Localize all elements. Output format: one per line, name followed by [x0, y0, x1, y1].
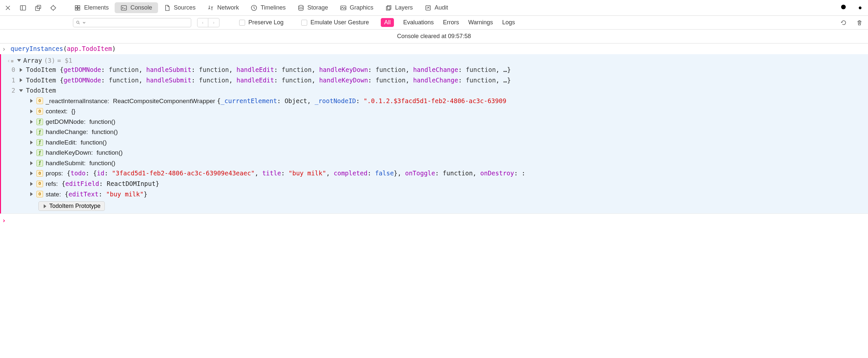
nav-next[interactable]: › [208, 18, 219, 27]
row-index: 0 [3, 65, 19, 74]
svg-rect-13 [121, 6, 126, 10]
svg-line-24 [79, 23, 80, 24]
function-badge-icon: ƒ [36, 139, 43, 146]
tab-label: Audit [435, 4, 448, 11]
tab-sources[interactable]: Sources [158, 2, 202, 13]
disclosure-triangle-icon[interactable] [30, 99, 33, 103]
result-row-expanded[interactable]: 2 TodoItem [1, 86, 868, 96]
tab-layers[interactable]: Layers [379, 2, 419, 13]
tab-graphics[interactable]: Graphics [334, 2, 379, 13]
filter-errors[interactable]: Errors [443, 19, 459, 26]
tab-network[interactable]: Network [202, 2, 245, 13]
prompt-caret-icon: › [2, 217, 8, 224]
filter-all[interactable]: All [381, 18, 394, 27]
disclosure-triangle-icon[interactable] [17, 59, 21, 62]
tab-console[interactable]: Console [115, 2, 158, 13]
devtools-tabs: Elements Console Sources Network Timelin… [68, 2, 454, 13]
disclosure-triangle-icon[interactable] [30, 109, 33, 113]
member-row[interactable]: O_reactInternalInstance: ReactCompositeC… [1, 96, 868, 106]
reload-icon[interactable] [839, 18, 848, 27]
console-command-row: › queryInstances(app.TodoItem) [0, 43, 868, 54]
tab-timelines[interactable]: Timelines [245, 2, 291, 13]
dock-side-icon[interactable] [19, 3, 28, 12]
object-badge-icon: O [36, 108, 43, 115]
disclosure-triangle-icon[interactable] [30, 192, 33, 196]
result-row[interactable]: 0TodoItem {getDOMNode: function, handleS… [1, 65, 868, 75]
tab-elements[interactable]: Elements [68, 2, 115, 13]
console-prompt[interactable]: › [0, 214, 868, 227]
search-icon[interactable] [840, 3, 849, 12]
graphics-icon [340, 5, 347, 11]
checkbox-icon [239, 20, 245, 26]
disclosure-triangle-icon[interactable] [19, 89, 23, 92]
disclosure-triangle-icon[interactable] [30, 171, 33, 175]
disclosure-triangle-icon[interactable] [30, 151, 33, 155]
disclosure-triangle-icon[interactable] [20, 78, 22, 82]
svg-point-15 [299, 5, 303, 7]
member-row[interactable]: ƒhandleKeyDown: function() [1, 148, 868, 158]
svg-rect-17 [388, 6, 391, 9]
member-row[interactable]: ƒhandleChange: function() [1, 127, 868, 137]
disclosure-triangle-icon[interactable] [30, 130, 33, 134]
console-result: ‹▪ Array (3) = $1 0TodoItem {getDOMNode:… [0, 54, 868, 214]
filter-evaluations[interactable]: Evaluations [403, 19, 434, 26]
member-row[interactable]: Ostate: {editText: "buy milk"} [1, 189, 868, 200]
close-icon[interactable] [3, 3, 12, 12]
console-right-tools [839, 18, 864, 27]
disclosure-triangle-icon [44, 204, 46, 208]
disclosure-triangle-icon[interactable] [30, 140, 33, 144]
settings-gear-icon[interactable] [856, 3, 865, 12]
search-nav: ‹ › [197, 18, 219, 27]
tab-storage[interactable]: Storage [292, 2, 334, 13]
tab-label: Sources [174, 4, 195, 11]
tab-label: Console [130, 4, 152, 11]
storage-icon [298, 5, 304, 11]
disclosure-triangle-icon[interactable] [30, 161, 33, 165]
member-row[interactable]: Orefs: {editField: ReactDOMInput} [1, 179, 868, 189]
member-text: handleEdit: function() [46, 138, 107, 147]
member-row[interactable]: ƒgetDOMNode: function() [1, 117, 868, 127]
object-badge-icon: O [36, 181, 43, 187]
target-icon[interactable] [49, 3, 58, 12]
filter-logs[interactable]: Logs [502, 19, 515, 26]
result-row[interactable]: 1TodoItem {getDOMNode: function, handleS… [1, 75, 868, 86]
devtools-toolbar: Elements Console Sources Network Timelin… [0, 0, 868, 16]
chevron-down-icon [83, 21, 86, 24]
svg-point-23 [76, 21, 79, 23]
result-header[interactable]: ‹▪ Array (3) = $1 [1, 56, 868, 65]
emulate-gesture-checkbox[interactable]: Emulate User Gesture [301, 19, 369, 26]
member-row[interactable]: Oprops: {todo: {id: "3facd5d1-feb2-4806-… [1, 168, 868, 179]
member-row[interactable]: Ocontext: {} [1, 106, 868, 117]
emulate-gesture-label: Emulate User Gesture [310, 19, 369, 26]
disclosure-triangle-icon[interactable] [20, 68, 22, 72]
command-text[interactable]: queryInstances(app.TodoItem) [10, 45, 116, 52]
console-search[interactable] [73, 18, 191, 27]
dock-popout-icon[interactable] [33, 3, 43, 12]
object-badge-icon: O [36, 191, 43, 197]
member-text: state: {editText: "buy milk"} [46, 190, 148, 199]
object-badge-icon: O [36, 98, 43, 104]
console-filters: All Evaluations Errors Warnings Logs [381, 18, 515, 27]
clear-trash-icon[interactable] [855, 18, 864, 27]
disclosure-triangle-icon[interactable] [30, 120, 33, 124]
member-text: refs: {editField: ReactDOMInput} [46, 179, 159, 189]
member-row[interactable]: ƒhandleSubmit: function() [1, 158, 868, 168]
nav-prev[interactable]: ‹ [197, 18, 208, 27]
layers-icon [385, 5, 392, 11]
prototype-button[interactable]: TodoItem Prototype [38, 201, 105, 211]
member-row[interactable]: ƒhandleEdit: function() [1, 137, 868, 148]
tab-label: Storage [308, 4, 328, 11]
tab-audit[interactable]: Audit [419, 2, 454, 13]
svg-line-21 [845, 8, 848, 11]
tab-label: Timelines [260, 4, 285, 11]
filter-warnings[interactable]: Warnings [468, 19, 493, 26]
member-text: props: {todo: {id: "3facd5d1-feb2-4806-a… [46, 169, 525, 178]
prompt-caret-icon: › [2, 45, 8, 53]
preserve-log-checkbox[interactable]: Preserve Log [239, 19, 283, 26]
network-icon [207, 5, 214, 11]
svg-rect-12 [78, 8, 80, 10]
svg-rect-18 [386, 7, 390, 10]
toolbar-right-icons [840, 3, 865, 12]
console-status: Console cleared at 09:57:58 [0, 30, 868, 43]
disclosure-triangle-icon[interactable] [30, 182, 33, 186]
